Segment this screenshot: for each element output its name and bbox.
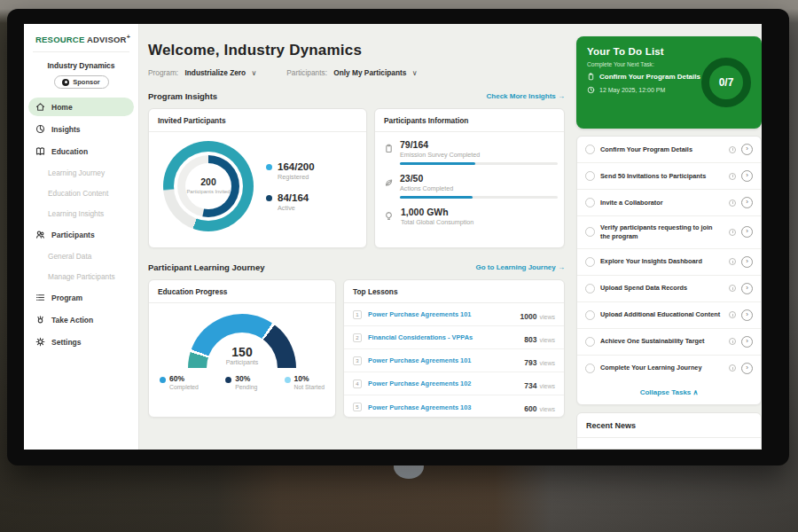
- task-checkbox[interactable]: [585, 310, 595, 320]
- rank-badge: 1: [353, 310, 362, 319]
- legend-completed: 60% Completed: [160, 374, 199, 390]
- task-checkbox[interactable]: [585, 171, 595, 181]
- top-lessons-card: Top Lessons 1 Power Purchase Agreements …: [343, 279, 565, 418]
- task-checkbox[interactable]: [585, 364, 595, 373]
- lesson-link[interactable]: Power Purchase Agreements 101: [368, 310, 514, 318]
- lesson-link[interactable]: Power Purchase Agreements 101: [368, 356, 518, 364]
- nav-label: Home: [51, 103, 73, 112]
- participants-filter-label: Participants:: [286, 68, 327, 77]
- legend-dot: [225, 377, 231, 383]
- education-progress-title: Education Progress: [149, 280, 335, 303]
- metric-label: Actions Completed: [400, 184, 558, 192]
- chevron-right-icon: ›: [746, 338, 748, 345]
- metric-value: 23/50: [400, 173, 558, 184]
- task-checkbox[interactable]: [585, 145, 595, 154]
- sidebar-item-participants[interactable]: Participants: [24, 225, 138, 244]
- sidebar-item-learning-journey[interactable]: Learning Journey: [24, 164, 138, 181]
- lesson-link[interactable]: Power Purchase Agreements 102: [368, 379, 518, 387]
- chevron-up-icon: ∧: [693, 388, 699, 396]
- legend-dot: [266, 164, 272, 170]
- sidebar-item-settings[interactable]: Settings: [24, 332, 138, 351]
- views-count: 793: [524, 358, 536, 367]
- task-go-button[interactable]: ›: [741, 336, 753, 348]
- education-progress-card: Education Progress 150 Participants: [148, 279, 336, 418]
- task-send-invitations[interactable]: Send 50 Invitations to Participants ›: [577, 163, 761, 190]
- sidebar-item-general-data[interactable]: General Data: [24, 247, 138, 264]
- participants-filter[interactable]: Participants: Only My Participants ∨: [286, 68, 417, 77]
- info-icon: [729, 146, 736, 153]
- chevron-right-icon: ›: [746, 199, 748, 206]
- views-suffix: views: [539, 314, 555, 320]
- chevron-right-icon: ›: [746, 258, 748, 265]
- check-more-insights-link[interactable]: Check More Insights →: [487, 92, 565, 100]
- task-upload-spend-data[interactable]: Upload Spend Data Records ›: [577, 276, 761, 302]
- chevron-right-icon: ›: [746, 285, 748, 292]
- task-checkbox[interactable]: [585, 284, 595, 293]
- logo-resource: RESOURCE: [35, 35, 84, 44]
- donut-center-value: 200: [200, 176, 216, 187]
- task-go-button[interactable]: ›: [741, 197, 753, 208]
- legend-pending: 30% Pending: [225, 374, 257, 390]
- sidebar-item-manage-participants[interactable]: Manage Participants: [24, 268, 138, 285]
- views-suffix: views: [539, 360, 555, 366]
- program-filter[interactable]: Program: Industrialize Zero ∨: [148, 68, 256, 77]
- task-checkbox[interactable]: [585, 227, 595, 237]
- task-confirm-program-details[interactable]: Confirm Your Program Details ›: [577, 137, 761, 163]
- sponsor-badge[interactable]: Sponsor: [54, 75, 109, 89]
- chevron-right-icon: ›: [746, 364, 748, 372]
- task-explore-insights[interactable]: Explore Your Insights Dashboard ›: [577, 249, 761, 276]
- task-upload-educational-content[interactable]: Upload Additional Educational Content ›: [577, 302, 761, 329]
- sidebar-item-home[interactable]: Home: [28, 98, 134, 116]
- task-checkbox[interactable]: [585, 337, 595, 347]
- sidebar-item-education-content[interactable]: Education Content: [24, 184, 138, 201]
- leaf-icon: [384, 173, 394, 199]
- sidebar-item-insights[interactable]: Insights: [24, 120, 138, 138]
- task-label: Upload Spend Data Records: [600, 284, 724, 293]
- chevron-down-icon: ∨: [412, 69, 418, 77]
- actions-completed-row: 23/50 Actions Completed: [384, 173, 553, 199]
- lesson-link[interactable]: Power Purchase Agreements 103: [368, 403, 518, 411]
- task-go-button[interactable]: ›: [741, 170, 753, 182]
- task-invite-collaborator[interactable]: Invite a Collaborator ›: [577, 190, 761, 216]
- sidebar-item-program[interactable]: Program: [24, 288, 138, 307]
- task-checkbox[interactable]: [585, 198, 595, 207]
- sidebar-item-learning-insights[interactable]: Learning Insights: [24, 205, 138, 222]
- todo-tasks-card: Confirm Your Program Details › Send 50 I…: [576, 136, 762, 405]
- collapse-tasks-link[interactable]: Collapse Tasks ∧: [577, 381, 761, 404]
- rank-badge: 3: [353, 356, 362, 365]
- task-go-button[interactable]: ›: [741, 309, 753, 321]
- task-go-button[interactable]: ›: [741, 283, 753, 294]
- arrow-right-icon: →: [558, 263, 565, 271]
- go-to-learning-journey-link[interactable]: Go to Learning Journey →: [476, 263, 565, 271]
- task-go-button[interactable]: ›: [741, 144, 753, 155]
- legend-dot: [285, 377, 291, 383]
- task-label: Send 50 Invitations to Participants: [600, 172, 724, 181]
- task-checkbox[interactable]: [585, 257, 595, 267]
- home-icon: [35, 102, 45, 112]
- consumption-row: 1,000 GWh Total Global Consumption: [384, 207, 553, 230]
- todo-progress-ring: 0/7: [701, 58, 751, 107]
- learning-journey-title: Participant Learning Journey: [148, 262, 264, 272]
- task-label: Confirm Your Program Details: [600, 145, 724, 154]
- task-complete-learning-journey[interactable]: Complete Your Learning Journey ›: [577, 356, 761, 381]
- info-icon: [729, 364, 736, 372]
- task-go-button[interactable]: ›: [741, 256, 753, 268]
- task-go-button[interactable]: ›: [741, 363, 753, 374]
- learning-journey-header: Participant Learning Journey Go to Learn…: [148, 262, 565, 272]
- views-count: 600: [524, 404, 536, 413]
- task-verify-participants[interactable]: Verify participants requesting to join t…: [577, 216, 761, 249]
- lesson-link[interactable]: Financial Considerations - VPPAs: [368, 333, 518, 341]
- task-achieve-sustainability-target[interactable]: Achieve One Sustainability Target ›: [577, 329, 761, 356]
- sidebar-item-education[interactable]: Education: [24, 142, 138, 160]
- task-go-button[interactable]: ›: [741, 226, 753, 238]
- legend-value: 164/200: [278, 161, 315, 172]
- lesson-row: 4 Power Purchase Agreements 102 734views: [344, 372, 564, 395]
- nav-label: General Data: [48, 252, 91, 261]
- views-suffix: views: [539, 337, 555, 343]
- info-icon: [729, 229, 736, 236]
- chevron-right-icon: ›: [746, 145, 748, 153]
- logo-plus: +: [127, 34, 130, 40]
- metric-label: Total Global Consumption: [401, 218, 473, 226]
- sidebar-item-take-action[interactable]: Take Action: [24, 310, 138, 329]
- info-icon: [729, 258, 736, 265]
